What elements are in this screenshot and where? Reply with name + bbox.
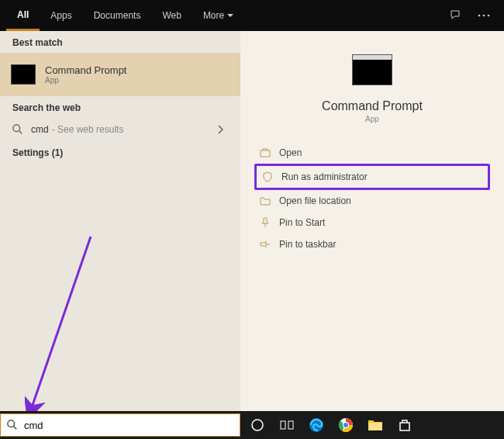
search-web-header: Search the web [0, 96, 240, 118]
svg-point-0 [478, 15, 481, 17]
action-open[interactable]: Open [254, 142, 490, 164]
svg-point-1 [483, 15, 485, 17]
action-pin-to-start[interactable]: Pin to Start [254, 212, 490, 233]
svg-rect-10 [281, 421, 285, 429]
actions-list: Open Run as administrator Open file loca… [240, 142, 504, 255]
folder-icon [259, 195, 271, 206]
results-list: Best match Command Prompt App Search the… [0, 31, 240, 411]
search-results-panel: Best match Command Prompt App Search the… [0, 31, 504, 411]
taskbar-chrome-icon[interactable] [337, 416, 355, 434]
app-large-icon [352, 54, 392, 85]
taskbar-edge-icon[interactable] [307, 416, 326, 434]
taskbar-cortana-icon[interactable] [248, 416, 267, 434]
action-open-location-label: Open file location [279, 195, 351, 206]
web-result-item[interactable]: cmd - See web results [0, 118, 240, 141]
action-pin-start-label: Pin to Start [279, 217, 325, 228]
settings-header: Settings (1) [0, 141, 240, 163]
best-match-header: Best match [0, 31, 240, 53]
taskbar-task-view-icon[interactable] [278, 416, 296, 434]
search-icon [12, 124, 23, 135]
pin-icon [259, 217, 271, 228]
web-hint: - See web results [52, 124, 124, 135]
web-query: cmd [31, 124, 49, 135]
details-subtitle: App [365, 115, 379, 123]
taskbar-store-icon[interactable] [395, 416, 414, 434]
svg-rect-17 [368, 423, 382, 430]
search-icon [7, 420, 18, 430]
tab-web[interactable]: Web [151, 0, 192, 31]
svg-point-9 [252, 420, 263, 430]
open-icon [259, 147, 271, 158]
svg-point-3 [13, 125, 20, 132]
search-box[interactable] [0, 413, 240, 437]
details-title: Command Prompt [322, 99, 423, 113]
command-prompt-icon [11, 64, 36, 85]
best-match-item[interactable]: Command Prompt App [0, 53, 240, 96]
details-panel: Command Prompt App Open Run as administr… [240, 31, 504, 411]
svg-point-7 [8, 420, 15, 427]
svg-rect-11 [288, 421, 293, 429]
pin-taskbar-icon [259, 239, 271, 250]
search-input[interactable] [24, 420, 240, 431]
chevron-right-icon [217, 125, 223, 134]
best-match-subtitle: App [45, 76, 126, 85]
svg-line-4 [19, 131, 22, 134]
search-filter-tabs: All Apps Documents Web More [0, 0, 504, 31]
tab-documents[interactable]: Documents [83, 0, 152, 31]
action-open-file-location[interactable]: Open file location [254, 190, 490, 212]
svg-point-2 [488, 15, 490, 17]
svg-point-16 [343, 423, 348, 427]
svg-rect-5 [261, 150, 270, 157]
chevron-down-icon [227, 14, 233, 17]
best-match-title: Command Prompt [45, 64, 126, 76]
action-pin-taskbar-label: Pin to taskbar [279, 239, 336, 250]
feedback-icon[interactable] [442, 9, 470, 22]
more-options-icon[interactable] [470, 14, 498, 17]
taskbar-file-explorer-icon[interactable] [366, 416, 385, 434]
action-run-as-administrator[interactable]: Run as administrator [254, 164, 490, 190]
tab-all[interactable]: All [6, 0, 40, 31]
action-open-label: Open [279, 147, 302, 158]
action-pin-to-taskbar[interactable]: Pin to taskbar [254, 233, 490, 255]
shield-icon [261, 171, 274, 182]
action-run-admin-label: Run as administrator [281, 171, 368, 182]
taskbar [0, 411, 504, 439]
tab-more[interactable]: More [192, 0, 244, 31]
tab-more-label: More [203, 10, 224, 21]
tab-apps[interactable]: Apps [40, 0, 82, 31]
svg-line-8 [14, 427, 17, 430]
